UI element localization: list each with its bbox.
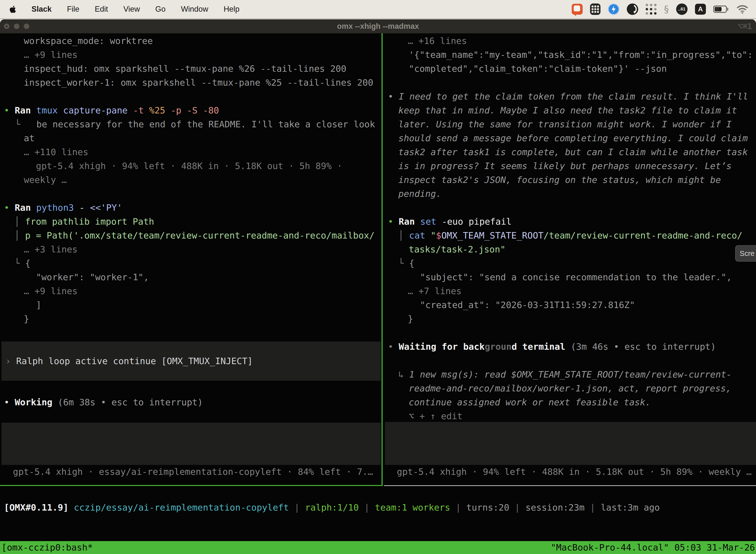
terminal-text: -t <box>133 105 149 115</box>
terminal-text: is in progress? It seems likely but perh… <box>398 161 732 171</box>
terminal-text: ] <box>36 300 42 310</box>
squiggle-icon[interactable]: § <box>664 3 669 15</box>
terminal-text: | <box>359 502 375 512</box>
menu-item-file[interactable]: File <box>67 5 79 14</box>
terminal-line: ↳ 1 new msg(s): read $OMX_TEAM_STATE_ROO… <box>384 368 756 382</box>
battery-percent-badge[interactable]: ..61 <box>676 3 688 15</box>
terminal-text: groun <box>485 341 511 352</box>
terminal-line: should send a message before completing … <box>384 131 756 145</box>
terminal-line: … +9 lines <box>0 284 381 298</box>
terminal-text: └ <box>14 258 25 268</box>
keypad-shield-icon[interactable] <box>590 3 601 15</box>
terminal-line <box>0 90 381 104</box>
terminal-line: task2 after task1 is complete, but can I… <box>384 145 756 159</box>
terminal-line: tasks/task-2.json" <box>384 242 756 257</box>
terminal-text: └ <box>15 119 37 129</box>
right-pane-scrollback: … +16 lines'{"team_name":"my-team","task… <box>384 34 756 423</box>
terminal-line: … +110 lines <box>0 145 381 159</box>
terminal-text: '{"team_name":"my-team","task_id":"1","f… <box>409 50 753 60</box>
terminal-text: inspect task2's JSON, focusing on the st… <box>398 175 721 185</box>
terminal-text: pending. <box>398 189 441 199</box>
terminal-line: continue assigned work or next feasible … <box>384 395 756 409</box>
terminal-text: " <box>431 230 436 240</box>
terminal-text: (6m 38s • esc to interrupt) <box>58 397 203 407</box>
terminal-line: gpt-5.4 xhigh · 94% left · 488K in · 5.1… <box>0 159 381 173</box>
terminal-text: | <box>450 502 466 512</box>
terminal-text: • <box>4 105 15 115</box>
menu-item-view[interactable]: View <box>123 5 140 14</box>
terminal-line: • Ran set -euo pipefail <box>384 215 756 229</box>
terminal-text: Ran <box>15 203 36 213</box>
menu-item-help[interactable]: Help <box>224 5 240 14</box>
terminal-text: team:1 workers <box>375 502 450 512</box>
dots-grid-icon[interactable] <box>646 3 656 15</box>
terminal-text: -p <box>171 105 187 115</box>
dark-circle-icon[interactable] <box>627 3 638 15</box>
terminal-text: session:23m <box>525 502 584 512</box>
terminal-text: Ran <box>398 216 420 227</box>
blue-badge-icon[interactable] <box>608 3 619 15</box>
terminal-text: | <box>509 502 525 512</box>
battery-icon[interactable] <box>713 3 729 15</box>
terminal-text: task2 after task1 is complete, but can I… <box>398 147 748 157</box>
terminal-text: inspect_worker-1: omx sparkshell --tmux-… <box>24 77 373 88</box>
terminal-text: readme-and-reco/mailbox/worker-1.json, a… <box>409 383 731 393</box>
terminal-text: › <box>5 356 16 366</box>
terminal-text: … +9 lines <box>24 286 78 296</box>
terminal-text: "created_at": "2026-03-31T11:59:27.816Z" <box>420 300 635 310</box>
menu-status-icons: § ..61 A <box>572 3 749 15</box>
apple-menu-icon[interactable] <box>9 5 16 13</box>
terminal-line: workspace_mode: worktree <box>0 34 381 48</box>
terminal-text: … +9 lines <box>24 50 78 60</box>
terminal-text: gpt-5.4 xhigh · 94% left · 488K in · 5.1… <box>36 161 342 171</box>
terminal-text: tasks/task-2.json" <box>409 244 505 255</box>
terminal-line: "subject": "send a concise recommendatio… <box>384 270 756 284</box>
pane-divider[interactable] <box>381 33 383 486</box>
menu-item-app[interactable]: Slack <box>32 5 52 14</box>
terminal-text: • <box>4 397 15 407</box>
right-input-box[interactable]: › Explain this codebase <box>385 422 756 465</box>
terminal-text: cczip/essay/ai-reimplementation-copyleft <box>74 502 289 512</box>
terminal-text: -euo pipefail <box>442 216 512 227</box>
tmux-host-clock: "MacBook-Pro-44.local" 05:03 31-Mar-26 <box>551 541 755 554</box>
wifi-icon[interactable] <box>736 3 749 15</box>
menu-item-edit[interactable]: Edit <box>95 5 108 14</box>
terminal-text: { <box>409 258 415 268</box>
terminal-text: d terminal <box>512 341 566 352</box>
menu-item-window[interactable]: Window <box>181 5 208 14</box>
terminal-text: cat <box>409 230 431 240</box>
window-title-bar[interactable]: omx --xhigh --madmax ⌥⌘1 <box>0 19 756 34</box>
terminal-text: p = Path('.omx/state/team/review-current… <box>25 230 375 240</box>
terminal-text: Working <box>15 397 58 407</box>
terminal-line: • Ran python3 - <<'PY' <box>0 201 381 215</box>
menu-item-go[interactable]: Go <box>155 5 166 14</box>
terminal-line: └ be necessary for the end of the README… <box>0 117 381 131</box>
terminal-line: └ { <box>384 257 756 270</box>
terminal-text: { <box>25 258 30 268</box>
terminal-line <box>384 326 756 340</box>
terminal-line: … +9 lines <box>0 48 381 62</box>
terminal-line: } <box>0 312 381 326</box>
terminal-text: ↳ <box>398 369 409 380</box>
terminal-text: │ <box>398 230 409 240</box>
terminal-line <box>384 201 756 215</box>
terminal-text: -S <box>187 105 203 115</box>
input-source-icon[interactable]: A <box>695 3 706 15</box>
left-input-line: › Improve documentation in @filename <box>1 437 381 451</box>
terminal-text: inspect_hud: omx sparkshell --tmux-pane … <box>24 63 346 74</box>
chat-app-icon[interactable] <box>572 3 583 15</box>
terminal-text: } <box>24 314 29 324</box>
omx-status-line: [OMX#0.11.9] cczip/essay/ai-reimplementa… <box>0 501 756 514</box>
left-input-box[interactable]: › Improve documentation in @filename <box>1 423 381 465</box>
terminal-window: omx --xhigh --madmax ⌥⌘1 workspace_mode:… <box>0 19 756 554</box>
right-pane-status: gpt-5.4 xhigh · 94% left · 488K in · 5.1… <box>384 465 756 479</box>
terminal-line: └ { <box>0 257 381 270</box>
left-pane-border <box>0 485 383 486</box>
left-pane-scrollback: workspace_mode: worktree… +9 linesinspec… <box>0 34 381 326</box>
terminal-text: I need to get the claim token from the c… <box>398 91 748 102</box>
terminal-text: │ <box>14 230 25 240</box>
terminal-text: weekly … <box>24 175 67 185</box>
ralph-status-band: › Ralph loop active continue [OMX_TMUX_I… <box>1 341 381 381</box>
menu-items: Slack File Edit View Go Window Help <box>32 5 239 14</box>
terminal-text: ⌥ + ↑ edit <box>409 411 462 421</box>
